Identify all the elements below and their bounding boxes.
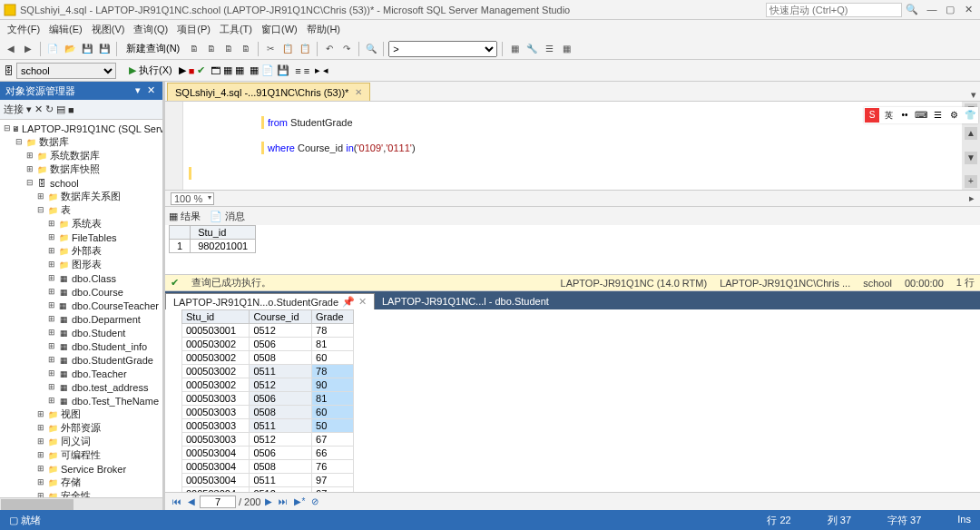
tree-item[interactable]: ⊞▦dbo.Deparment: [2, 312, 161, 326]
maximize-button[interactable]: ▢: [942, 3, 958, 17]
nav-fwd-icon[interactable]: ▶: [21, 42, 35, 56]
mode-select[interactable]: >: [388, 41, 497, 57]
menu-window[interactable]: 窗口(W): [258, 22, 301, 37]
options2-icon[interactable]: 🔧: [524, 42, 539, 56]
ime-lang-icon[interactable]: 英: [881, 108, 896, 123]
tab-student[interactable]: LAPTOP-JR91Q1NC...l - dbo.Student: [375, 293, 556, 309]
uncomment-icon[interactable]: ≡: [304, 65, 309, 76]
menu-query[interactable]: 查询(Q): [130, 22, 172, 37]
menu-file[interactable]: 文件(F): [4, 22, 44, 37]
filter-icon[interactable]: ▤: [56, 103, 65, 115]
pager-last-icon[interactable]: ⏭: [277, 496, 289, 506]
connect-button[interactable]: 连接 ▾: [4, 103, 32, 116]
outdent-icon[interactable]: ◂: [323, 64, 328, 76]
saveall-icon[interactable]: 💾: [97, 42, 112, 56]
tree-item[interactable]: ⊞📁系统表: [2, 217, 161, 231]
table-row[interactable]: 000503003051267: [182, 433, 354, 447]
script2-icon[interactable]: 🗎: [221, 42, 236, 56]
ime-keyboard-icon[interactable]: ⌨: [914, 108, 928, 123]
results-text-icon[interactable]: 📄: [261, 64, 274, 76]
ime-user-icon[interactable]: 👕: [963, 108, 977, 123]
stop-icon[interactable]: ■: [189, 65, 195, 76]
nav-back-icon[interactable]: ◀: [4, 42, 18, 56]
document-tab-sql[interactable]: SQLshiyi_4.sql -...91Q1NC\Chris (53))* ✕: [167, 83, 370, 101]
tree-item[interactable]: ⊞📁Service Broker: [2, 462, 161, 476]
tree-item[interactable]: ⊞📁安全性: [2, 489, 161, 497]
tree-item[interactable]: ⊞▦dbo.Class: [2, 271, 161, 285]
plan1-icon[interactable]: 🗔: [211, 65, 220, 76]
close-tab-icon[interactable]: ✕: [355, 87, 362, 97]
comment-icon[interactable]: ≡: [295, 65, 300, 76]
ime-punct-icon[interactable]: ••: [897, 108, 912, 123]
close-button[interactable]: ✕: [960, 3, 976, 17]
menu-help[interactable]: 帮助(H): [303, 22, 344, 37]
new-query-button[interactable]: 新建查询(N): [122, 40, 184, 57]
results-grid-icon[interactable]: ▦: [250, 64, 259, 76]
scroll-up-icon[interactable]: ▲: [965, 127, 977, 140]
tree-item[interactable]: ⊞📁系统数据库: [2, 149, 161, 162]
tree-item[interactable]: ⊞▦dbo.Student_info: [2, 339, 161, 353]
pager-new-icon[interactable]: ▶*: [292, 496, 307, 506]
tree-item[interactable]: ⊞▦dbo.Teacher: [2, 367, 161, 380]
tree-item[interactable]: ⊞📁FileTables: [2, 231, 161, 244]
tab-results[interactable]: ▦结果: [169, 210, 201, 223]
tree-item[interactable]: ⊞📁可编程性: [2, 448, 161, 462]
table-row[interactable]: 000503003050860: [182, 406, 354, 419]
table-row[interactable]: 000503004050666: [182, 447, 354, 460]
close-panel-icon[interactable]: ✕: [144, 84, 157, 97]
tree-item[interactable]: ⊞📁数据库快照: [2, 162, 161, 176]
tree-item[interactable]: ⊞▦dbo.Test_TheName: [2, 394, 161, 407]
table-row[interactable]: 000503001051278: [182, 324, 354, 338]
check-icon[interactable]: ✔: [197, 64, 205, 76]
object-explorer-tree[interactable]: ⊟🖥LAPTOP-JR91Q1NC (SQL Server 14.0⊟📁数据库⊞…: [0, 120, 162, 497]
result-cell[interactable]: 980201001: [191, 240, 256, 253]
dropdown-icon[interactable]: ▾: [132, 84, 144, 97]
dg-col-grade[interactable]: Grade: [312, 310, 354, 324]
tree-item[interactable]: ⊞▦dbo.test_address: [2, 380, 161, 394]
cut-icon[interactable]: ✂: [263, 42, 278, 56]
menu-tools[interactable]: 工具(T): [216, 22, 256, 37]
tree-item[interactable]: ⊞▦dbo.Course: [2, 285, 161, 299]
pager-next-icon[interactable]: ▶: [263, 496, 274, 506]
scroll-down-icon[interactable]: ▼: [965, 152, 977, 164]
tree-item[interactable]: ⊞📁同义词: [2, 435, 161, 448]
tree-item[interactable]: ⊞📁数据库关系图: [2, 190, 161, 203]
data-grid[interactable]: Stu_idCourse_idGrade 0005030010512780005…: [165, 309, 980, 492]
tree-item[interactable]: ⊞📁外部资源: [2, 421, 161, 435]
tab-messages[interactable]: 📄消息: [210, 210, 245, 223]
sql-text[interactable]: from StudentGrade where Course_id in('01…: [183, 102, 962, 190]
database-select[interactable]: school: [16, 63, 116, 79]
tab-studentgrade[interactable]: LAPTOP-JR91Q1N...o.StudentGrade📌✕: [165, 293, 375, 309]
ime-toolbar[interactable]: S 英 •• ⌨ ☰ ⚙ 👕: [864, 107, 978, 123]
results-file-icon[interactable]: 💾: [277, 64, 289, 76]
tab-overflow-icon[interactable]: ▾: [967, 89, 980, 101]
result-grid[interactable]: Stu_id 1980201001: [165, 225, 980, 275]
query-icon[interactable]: 🗎: [187, 42, 201, 56]
table-row[interactable]: 000503003050681: [182, 392, 354, 406]
tree-item[interactable]: ⊟🖥LAPTOP-JR91Q1NC (SQL Server 14.0: [2, 122, 161, 135]
undo-icon[interactable]: ↶: [322, 42, 337, 56]
options4-icon[interactable]: ▦: [559, 42, 573, 56]
debug-icon[interactable]: ▶: [179, 64, 186, 76]
script-icon[interactable]: 🗎: [204, 42, 219, 56]
tree-item[interactable]: ⊞▦dbo.StudentGrade: [2, 353, 161, 367]
table-row[interactable]: 000503002050681: [182, 338, 354, 351]
zoom-right-icon[interactable]: ▸: [969, 192, 975, 204]
pager-del-icon[interactable]: ⊘: [309, 496, 320, 506]
pager-prev-icon[interactable]: ◀: [186, 496, 197, 506]
plan3-icon[interactable]: ▦: [235, 64, 244, 76]
options3-icon[interactable]: ☰: [542, 42, 556, 56]
tree-item[interactable]: ⊟🗄school: [2, 176, 161, 190]
redo-icon[interactable]: ↷: [339, 42, 354, 56]
indent-icon[interactable]: ▸: [315, 64, 320, 76]
options1-icon[interactable]: ▦: [507, 42, 522, 56]
open-icon[interactable]: 📂: [63, 42, 77, 56]
table-row[interactable]: 000503002051178: [182, 365, 354, 378]
save-icon[interactable]: 💾: [80, 42, 94, 56]
ime-logo-icon[interactable]: S: [865, 108, 879, 123]
table-row[interactable]: 000503003051150: [182, 419, 354, 433]
copy-icon[interactable]: 📋: [280, 42, 295, 56]
tree-item[interactable]: ⊞▦dbo.Student: [2, 326, 161, 339]
paste-icon[interactable]: 📋: [298, 42, 312, 56]
pin-icon[interactable]: 📌: [342, 296, 355, 308]
